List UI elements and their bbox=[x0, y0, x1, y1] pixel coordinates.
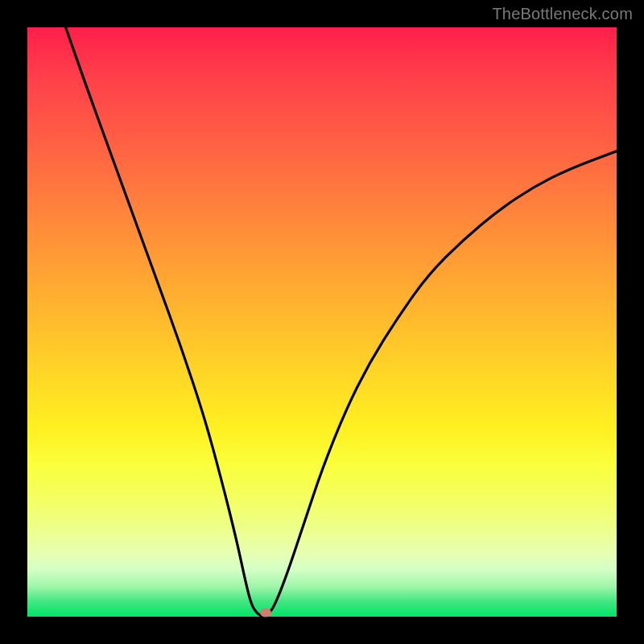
watermark-text: TheBottleneck.com bbox=[492, 5, 633, 23]
curve-svg bbox=[27, 27, 617, 617]
chart-container: TheBottleneck.com bbox=[0, 0, 644, 644]
minimum-marker bbox=[260, 608, 271, 617]
bottleneck-curve-path bbox=[66, 27, 617, 616]
plot-area bbox=[27, 27, 617, 617]
